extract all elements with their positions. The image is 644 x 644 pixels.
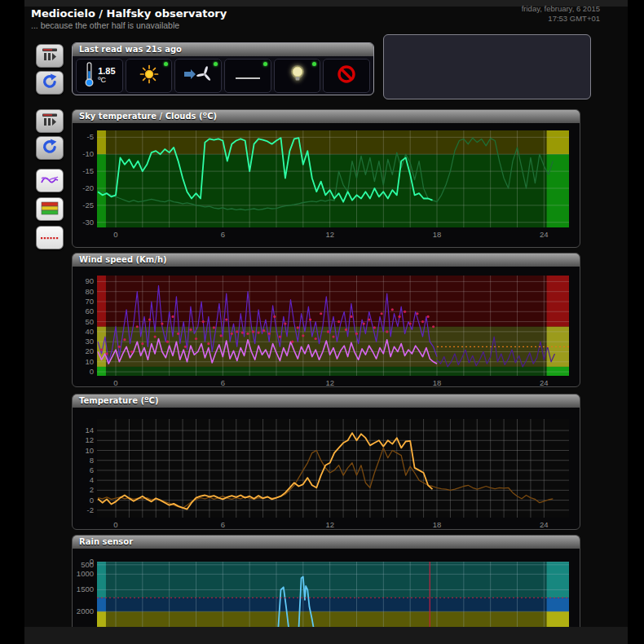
time-text: 17:53 GMT+01	[424, 14, 600, 24]
sky-temperature-chart: -5-10-15-20-25-3006121824	[73, 123, 580, 247]
panel-icon	[41, 112, 59, 130]
chart-title: Wind speed (Km/h)	[79, 255, 167, 264]
tile-light	[274, 59, 321, 93]
info-panel-empty	[383, 34, 591, 99]
svg-text:70: 70	[85, 297, 94, 306]
tile-forbidden	[323, 59, 370, 93]
chart-title: Sky temperature / Clouds (ºC)	[79, 112, 217, 121]
wind-speed-chart-panel: Wind speed (Km/h) 0102030405060708090061…	[72, 253, 580, 387]
tile-temperature: 1.85 ºC	[76, 59, 123, 93]
svg-text:80: 80	[85, 287, 94, 296]
svg-text:12: 12	[325, 520, 334, 529]
temperature-chart-panel: Temperature (ºC) -20246810121406121824	[72, 394, 580, 530]
svg-text:-30: -30	[82, 218, 94, 227]
svg-text:12: 12	[85, 435, 94, 444]
svg-text:10: 10	[85, 357, 94, 366]
wind-status-led	[214, 62, 218, 66]
svg-text:90: 90	[85, 276, 94, 285]
svg-text:24: 24	[540, 378, 549, 386]
status-tiles: 1.85 ºC	[73, 56, 373, 95]
dotted-line-icon	[40, 232, 60, 244]
svg-text:-20: -20	[82, 183, 94, 192]
panel-icon	[41, 47, 59, 65]
svg-text:0: 0	[113, 230, 117, 239]
svg-text:18: 18	[433, 378, 442, 386]
svg-text:0: 0	[90, 367, 94, 376]
temperature-readout: 1.85 ºC	[98, 67, 115, 85]
svg-text:24: 24	[540, 230, 549, 239]
page-subtitle: ... because the other half is unavailabl…	[31, 20, 179, 30]
svg-text:2000: 2000	[77, 607, 94, 615]
chart-header: Temperature (ºC)	[73, 395, 580, 408]
svg-text:6: 6	[90, 465, 94, 474]
wind-speed-chart: 010203040506070809006121824	[73, 267, 580, 386]
wind-icon	[182, 64, 214, 88]
sky-temperature-chart-panel: Sky temperature / Clouds (ºC) -5-10-15-2…	[72, 109, 580, 248]
datetime: friday, february, 6 2015 17:53 GMT+01	[424, 4, 600, 24]
forbidden-icon	[336, 64, 357, 88]
svg-text:2: 2	[90, 485, 94, 494]
svg-text:40: 40	[85, 327, 94, 336]
refresh-icon	[42, 139, 58, 157]
svg-text:12: 12	[325, 378, 334, 386]
refresh-button[interactable]	[36, 71, 64, 95]
svg-text:0: 0	[113, 520, 117, 529]
chart-title: Rain sensor	[79, 537, 133, 546]
svg-text:4: 4	[90, 475, 94, 484]
rain-status-led	[263, 62, 267, 66]
page-title: Mediocielo / Halfsky observatory	[31, 7, 227, 20]
sun-status-led	[164, 62, 168, 66]
svg-text:0: 0	[113, 378, 117, 386]
curves-icon	[40, 172, 60, 189]
date-text: friday, february, 6 2015	[424, 4, 600, 14]
chart-header: Rain sensor	[73, 536, 580, 549]
svg-text:18: 18	[433, 230, 442, 239]
last-read-label: Last read was 21s ago	[79, 45, 182, 54]
temperature-value: 1.85	[98, 67, 115, 76]
svg-text:60: 60	[85, 307, 94, 315]
status-panel: Last read was 21s ago 1.85 ºC	[72, 42, 374, 95]
curves-toggle-button[interactable]	[36, 169, 64, 192]
light-status-led	[312, 62, 316, 66]
svg-text:6: 6	[221, 230, 225, 239]
svg-text:-2: -2	[87, 505, 94, 514]
svg-text:20: 20	[85, 346, 94, 355]
svg-text:18: 18	[433, 520, 442, 529]
svg-text:-25: -25	[82, 201, 94, 210]
svg-text:-10: -10	[82, 149, 94, 158]
svg-text:500: 500	[81, 560, 94, 569]
chart-title: Temperature (ºC)	[79, 396, 159, 405]
svg-text:14: 14	[85, 426, 94, 434]
light-bulb-icon	[288, 64, 307, 88]
bands-toggle-button[interactable]	[36, 197, 64, 221]
chart-header: Wind speed (Km/h)	[73, 254, 580, 267]
svg-text:10: 10	[85, 446, 94, 455]
tile-sun	[126, 59, 173, 93]
svg-text:8: 8	[90, 456, 94, 465]
svg-text:12: 12	[325, 230, 334, 239]
threshold-bands-icon	[41, 201, 59, 218]
rain-sensor-chart-panel: Rain sensor 0500100015002000	[72, 535, 580, 629]
chart-panel-toggle-button[interactable]	[36, 109, 64, 133]
svg-text:0: 0	[90, 496, 94, 505]
rain-sensor-chart: 0500100015002000	[73, 549, 580, 629]
svg-text:-5: -5	[87, 132, 94, 141]
sun-icon	[139, 64, 160, 88]
panel-toggle-button[interactable]	[36, 44, 64, 68]
dotted-line-toggle-button[interactable]	[36, 226, 64, 249]
bottom-strip	[24, 627, 628, 644]
svg-text:50: 50	[85, 317, 94, 326]
thermometer-icon	[83, 61, 95, 90]
svg-text:1000: 1000	[77, 569, 94, 578]
refresh-icon	[42, 73, 58, 92]
temperature-chart: -20246810121406121824	[73, 408, 580, 529]
flat-line-icon	[236, 77, 260, 79]
chart-header: Sky temperature / Clouds (ºC)	[73, 110, 580, 123]
svg-text:1500: 1500	[77, 584, 94, 593]
svg-text:6: 6	[221, 520, 225, 529]
tile-wind	[174, 59, 222, 93]
temperature-unit: ºC	[98, 76, 115, 85]
svg-text:24: 24	[540, 520, 549, 529]
chart-refresh-button[interactable]	[36, 136, 64, 160]
svg-text:6: 6	[221, 378, 225, 386]
